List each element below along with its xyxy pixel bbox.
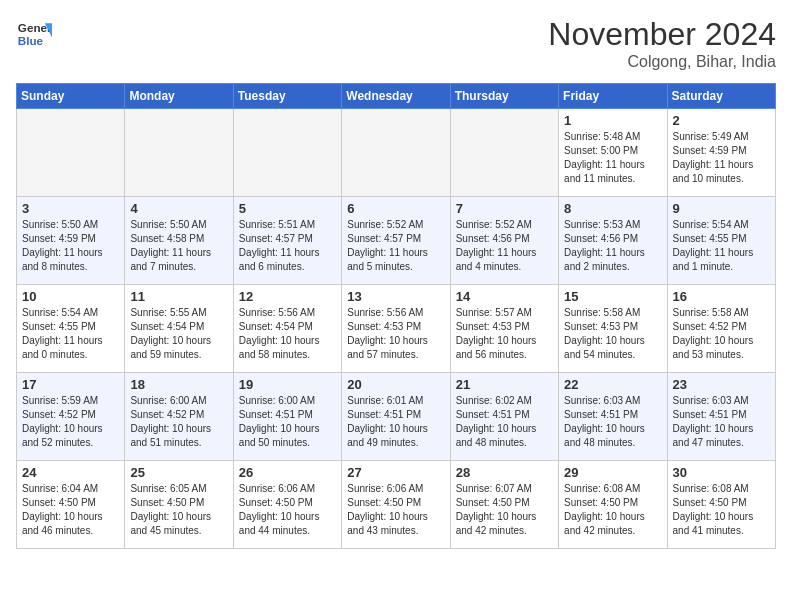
day-info: Sunrise: 5:58 AM Sunset: 4:52 PM Dayligh… (673, 306, 770, 362)
page-header: General Blue November 2024 Colgong, Biha… (16, 16, 776, 71)
calendar-week-row: 24Sunrise: 6:04 AM Sunset: 4:50 PM Dayli… (17, 461, 776, 549)
header-tuesday: Tuesday (233, 84, 341, 109)
calendar-cell: 3Sunrise: 5:50 AM Sunset: 4:59 PM Daylig… (17, 197, 125, 285)
day-info: Sunrise: 6:06 AM Sunset: 4:50 PM Dayligh… (239, 482, 336, 538)
day-info: Sunrise: 6:01 AM Sunset: 4:51 PM Dayligh… (347, 394, 444, 450)
day-info: Sunrise: 6:07 AM Sunset: 4:50 PM Dayligh… (456, 482, 553, 538)
calendar-cell: 20Sunrise: 6:01 AM Sunset: 4:51 PM Dayli… (342, 373, 450, 461)
day-number: 25 (130, 465, 227, 480)
calendar-cell (450, 109, 558, 197)
day-info: Sunrise: 5:54 AM Sunset: 4:55 PM Dayligh… (673, 218, 770, 274)
logo: General Blue (16, 16, 52, 52)
calendar-cell: 28Sunrise: 6:07 AM Sunset: 4:50 PM Dayli… (450, 461, 558, 549)
day-number: 17 (22, 377, 119, 392)
header-sunday: Sunday (17, 84, 125, 109)
day-info: Sunrise: 5:57 AM Sunset: 4:53 PM Dayligh… (456, 306, 553, 362)
calendar-cell: 14Sunrise: 5:57 AM Sunset: 4:53 PM Dayli… (450, 285, 558, 373)
day-info: Sunrise: 6:08 AM Sunset: 4:50 PM Dayligh… (564, 482, 661, 538)
day-number: 27 (347, 465, 444, 480)
day-number: 3 (22, 201, 119, 216)
calendar-week-row: 17Sunrise: 5:59 AM Sunset: 4:52 PM Dayli… (17, 373, 776, 461)
calendar-cell: 2Sunrise: 5:49 AM Sunset: 4:59 PM Daylig… (667, 109, 775, 197)
day-number: 14 (456, 289, 553, 304)
day-info: Sunrise: 6:00 AM Sunset: 4:51 PM Dayligh… (239, 394, 336, 450)
day-number: 20 (347, 377, 444, 392)
calendar-cell: 10Sunrise: 5:54 AM Sunset: 4:55 PM Dayli… (17, 285, 125, 373)
day-info: Sunrise: 6:06 AM Sunset: 4:50 PM Dayligh… (347, 482, 444, 538)
day-info: Sunrise: 5:53 AM Sunset: 4:56 PM Dayligh… (564, 218, 661, 274)
day-number: 29 (564, 465, 661, 480)
day-number: 26 (239, 465, 336, 480)
day-number: 13 (347, 289, 444, 304)
day-info: Sunrise: 5:54 AM Sunset: 4:55 PM Dayligh… (22, 306, 119, 362)
calendar-cell: 16Sunrise: 5:58 AM Sunset: 4:52 PM Dayli… (667, 285, 775, 373)
calendar-cell: 8Sunrise: 5:53 AM Sunset: 4:56 PM Daylig… (559, 197, 667, 285)
day-number: 11 (130, 289, 227, 304)
day-info: Sunrise: 6:04 AM Sunset: 4:50 PM Dayligh… (22, 482, 119, 538)
day-info: Sunrise: 5:51 AM Sunset: 4:57 PM Dayligh… (239, 218, 336, 274)
day-number: 30 (673, 465, 770, 480)
header-thursday: Thursday (450, 84, 558, 109)
day-number: 23 (673, 377, 770, 392)
day-info: Sunrise: 5:48 AM Sunset: 5:00 PM Dayligh… (564, 130, 661, 186)
calendar-cell: 30Sunrise: 6:08 AM Sunset: 4:50 PM Dayli… (667, 461, 775, 549)
calendar-cell (17, 109, 125, 197)
title-block: November 2024 Colgong, Bihar, India (548, 16, 776, 71)
day-number: 15 (564, 289, 661, 304)
calendar-cell: 4Sunrise: 5:50 AM Sunset: 4:58 PM Daylig… (125, 197, 233, 285)
calendar-cell (233, 109, 341, 197)
day-number: 1 (564, 113, 661, 128)
header-saturday: Saturday (667, 84, 775, 109)
calendar-cell: 7Sunrise: 5:52 AM Sunset: 4:56 PM Daylig… (450, 197, 558, 285)
day-number: 12 (239, 289, 336, 304)
month-title: November 2024 (548, 16, 776, 53)
calendar-cell: 21Sunrise: 6:02 AM Sunset: 4:51 PM Dayli… (450, 373, 558, 461)
day-number: 5 (239, 201, 336, 216)
calendar-cell: 5Sunrise: 5:51 AM Sunset: 4:57 PM Daylig… (233, 197, 341, 285)
day-info: Sunrise: 5:58 AM Sunset: 4:53 PM Dayligh… (564, 306, 661, 362)
calendar-cell: 25Sunrise: 6:05 AM Sunset: 4:50 PM Dayli… (125, 461, 233, 549)
day-number: 21 (456, 377, 553, 392)
day-info: Sunrise: 5:50 AM Sunset: 4:59 PM Dayligh… (22, 218, 119, 274)
calendar-header-row: SundayMondayTuesdayWednesdayThursdayFrid… (17, 84, 776, 109)
svg-text:General: General (18, 21, 52, 34)
calendar-cell: 19Sunrise: 6:00 AM Sunset: 4:51 PM Dayli… (233, 373, 341, 461)
day-number: 16 (673, 289, 770, 304)
day-info: Sunrise: 5:55 AM Sunset: 4:54 PM Dayligh… (130, 306, 227, 362)
day-number: 7 (456, 201, 553, 216)
calendar-cell: 26Sunrise: 6:06 AM Sunset: 4:50 PM Dayli… (233, 461, 341, 549)
day-info: Sunrise: 5:56 AM Sunset: 4:53 PM Dayligh… (347, 306, 444, 362)
calendar-cell: 18Sunrise: 6:00 AM Sunset: 4:52 PM Dayli… (125, 373, 233, 461)
calendar-cell: 15Sunrise: 5:58 AM Sunset: 4:53 PM Dayli… (559, 285, 667, 373)
calendar-cell: 11Sunrise: 5:55 AM Sunset: 4:54 PM Dayli… (125, 285, 233, 373)
day-number: 2 (673, 113, 770, 128)
day-info: Sunrise: 6:02 AM Sunset: 4:51 PM Dayligh… (456, 394, 553, 450)
calendar-cell: 29Sunrise: 6:08 AM Sunset: 4:50 PM Dayli… (559, 461, 667, 549)
day-number: 4 (130, 201, 227, 216)
day-number: 28 (456, 465, 553, 480)
day-info: Sunrise: 5:56 AM Sunset: 4:54 PM Dayligh… (239, 306, 336, 362)
calendar-cell (125, 109, 233, 197)
calendar-table: SundayMondayTuesdayWednesdayThursdayFrid… (16, 83, 776, 549)
day-info: Sunrise: 5:50 AM Sunset: 4:58 PM Dayligh… (130, 218, 227, 274)
day-info: Sunrise: 5:59 AM Sunset: 4:52 PM Dayligh… (22, 394, 119, 450)
calendar-week-row: 3Sunrise: 5:50 AM Sunset: 4:59 PM Daylig… (17, 197, 776, 285)
calendar-cell: 6Sunrise: 5:52 AM Sunset: 4:57 PM Daylig… (342, 197, 450, 285)
calendar-cell: 24Sunrise: 6:04 AM Sunset: 4:50 PM Dayli… (17, 461, 125, 549)
logo-icon: General Blue (16, 16, 52, 52)
calendar-cell: 23Sunrise: 6:03 AM Sunset: 4:51 PM Dayli… (667, 373, 775, 461)
day-info: Sunrise: 6:05 AM Sunset: 4:50 PM Dayligh… (130, 482, 227, 538)
day-number: 22 (564, 377, 661, 392)
calendar-cell: 27Sunrise: 6:06 AM Sunset: 4:50 PM Dayli… (342, 461, 450, 549)
day-info: Sunrise: 5:52 AM Sunset: 4:57 PM Dayligh… (347, 218, 444, 274)
header-wednesday: Wednesday (342, 84, 450, 109)
day-number: 24 (22, 465, 119, 480)
calendar-cell: 22Sunrise: 6:03 AM Sunset: 4:51 PM Dayli… (559, 373, 667, 461)
day-info: Sunrise: 5:52 AM Sunset: 4:56 PM Dayligh… (456, 218, 553, 274)
day-number: 6 (347, 201, 444, 216)
calendar-cell: 9Sunrise: 5:54 AM Sunset: 4:55 PM Daylig… (667, 197, 775, 285)
day-info: Sunrise: 6:03 AM Sunset: 4:51 PM Dayligh… (673, 394, 770, 450)
header-monday: Monday (125, 84, 233, 109)
day-info: Sunrise: 6:03 AM Sunset: 4:51 PM Dayligh… (564, 394, 661, 450)
calendar-cell (342, 109, 450, 197)
